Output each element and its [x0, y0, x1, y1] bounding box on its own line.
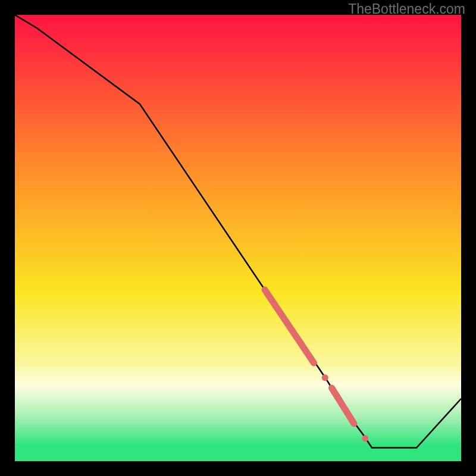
plot-background — [15, 15, 461, 461]
bottleneck-chart — [15, 15, 461, 461]
highlight-dot-2 — [362, 435, 368, 441]
chart-frame: TheBottleneck.com — [0, 0, 476, 476]
watermark-text: TheBottleneck.com — [348, 1, 465, 17]
highlight-dot-1 — [322, 374, 328, 381]
